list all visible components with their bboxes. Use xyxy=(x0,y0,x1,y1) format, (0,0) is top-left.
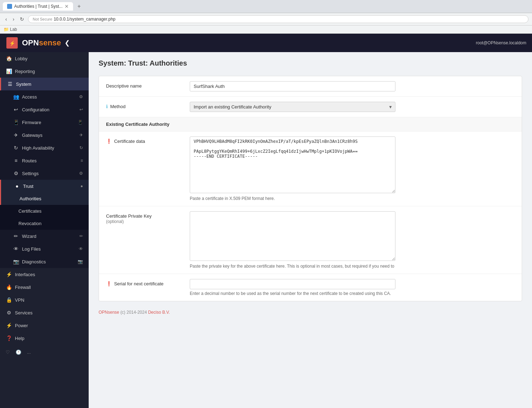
private-key-hint: Paste the private key for the above cert… xyxy=(190,264,395,269)
sidebar-label-firewall: Firewall xyxy=(15,285,31,290)
wizard-icon: ✏ xyxy=(13,233,19,239)
trust-right-icon: ● xyxy=(81,184,83,189)
page-title: System: Trust: Authorities xyxy=(99,59,522,67)
sidebar-label-log-files: Log Files xyxy=(22,246,41,252)
access-icon: 👥 xyxy=(13,94,19,100)
power-icon: ⚡ xyxy=(6,323,12,328)
existing-ca-header: Existing Certificate Authority xyxy=(99,117,522,132)
cert-data-required-icon: ❗ xyxy=(106,139,112,144)
sidebar-item-interfaces[interactable]: ⚡ Interfaces xyxy=(0,268,89,281)
refresh-button[interactable]: ↻ xyxy=(18,16,26,23)
sidebar-item-authorities[interactable]: Authorities xyxy=(0,192,89,205)
firewall-icon: 🔥 xyxy=(6,284,12,290)
sidebar-item-help[interactable]: ❓ Help xyxy=(0,332,89,345)
sidebar-label-routes: Routes xyxy=(22,158,37,163)
method-select[interactable]: Import an existing Certificate Authority… xyxy=(190,102,395,112)
browser-tab[interactable]: Authorities | Trust | Syst... ✕ xyxy=(3,2,73,11)
diagnostics-right-icon: 📷 xyxy=(78,259,83,264)
footer-link-deciso[interactable]: Deciso B.V. xyxy=(148,310,170,315)
header-user: root@OPNsense.localdom xyxy=(476,40,526,45)
sidebar-item-system[interactable]: ☰ System xyxy=(0,78,89,90)
sidebar-item-trust[interactable]: ● Trust ● xyxy=(0,180,89,192)
sidebar-item-certificates[interactable]: Certificates xyxy=(0,205,89,217)
not-secure-label: Not Secure xyxy=(33,17,52,21)
sidebar-item-diagnostics[interactable]: 📷 Diagnostics 📷 xyxy=(0,255,89,268)
bookmark-lab[interactable]: 📁 Lab xyxy=(4,27,17,32)
serial-label: ❗ Serial for next certificate xyxy=(106,279,184,286)
address-bar[interactable]: Not Secure 10.0.0.1/system_camanager.php xyxy=(28,15,528,23)
method-control: Import an existing Certificate Authority… xyxy=(190,102,395,112)
main-layout: 🏠 Lobby 📊 Reporting ☰ System 👥 Access ⚙ xyxy=(0,52,532,408)
serial-required-icon: ❗ xyxy=(106,281,112,286)
sidebar-item-firewall[interactable]: 🔥 Firewall xyxy=(0,281,89,294)
tab-close-button[interactable]: ✕ xyxy=(65,4,69,9)
configuration-right-icon: ↩ xyxy=(79,107,83,112)
routes-right-icon: ≡ xyxy=(81,158,83,163)
sidebar-label-authorities: Authorities xyxy=(20,196,41,201)
trust-icon: ● xyxy=(14,183,20,189)
sidebar-item-firmware[interactable]: 📱 Firmware 📱 xyxy=(0,116,89,129)
system-submenu: 👥 Access ⚙ ↩ Configuration ↩ 📱 xyxy=(0,90,89,268)
private-key-textarea[interactable] xyxy=(190,211,395,261)
lobby-icon: 🏠 xyxy=(6,56,12,61)
sidebar-item-log-files[interactable]: 👁 Log Files 👁 xyxy=(0,242,89,255)
gateways-right-icon: ✈ xyxy=(79,133,83,138)
sidebar-label-help: Help xyxy=(15,336,24,341)
vpn-icon: 🔒 xyxy=(6,297,12,303)
more-icon[interactable]: ... xyxy=(27,350,31,355)
cert-data-label: ❗ Certificate data xyxy=(106,136,184,144)
sidebar-extra-icons: ♡ 🕐 ... xyxy=(0,346,89,358)
help-icon: ❓ xyxy=(6,335,12,341)
new-tab-button[interactable]: + xyxy=(75,2,83,10)
logo-area: ⚡ OPNsense ❮ xyxy=(6,37,70,49)
sidebar-label-certificates: Certificates xyxy=(18,208,41,214)
sidebar-item-services[interactable]: ⚙ Services xyxy=(0,306,89,319)
system-icon: ☰ xyxy=(7,81,13,87)
sidebar-label-settings: Settings xyxy=(22,171,39,176)
clock-icon[interactable]: 🕐 xyxy=(16,350,21,355)
sidebar-item-reporting[interactable]: 📊 Reporting xyxy=(0,65,89,78)
descriptive-name-control xyxy=(190,81,395,91)
footer-link-opnsense[interactable]: OPNsense xyxy=(99,310,119,315)
cert-data-textarea[interactable]: VPhBHVQ9LHBAdM8qFI2kRK0IynOmAZhexIP/aT/k… xyxy=(190,136,395,193)
sidebar-item-power[interactable]: ⚡ Power xyxy=(0,319,89,332)
sidebar-item-settings[interactable]: ⚙ Settings ⚙ xyxy=(0,167,89,180)
form-row-method: ℹ Method Import an existing Certificate … xyxy=(99,97,522,117)
serial-control: Enter a decimal number to be used as the… xyxy=(190,279,395,296)
sidebar-label-firmware: Firmware xyxy=(22,120,41,125)
settings-icon: ⚙ xyxy=(13,171,19,176)
sidebar-label-interfaces: Interfaces xyxy=(15,272,35,277)
sidebar-label-revocation: Revocation xyxy=(18,221,41,226)
sidebar-item-gateways[interactable]: ✈ Gateways ✈ xyxy=(0,129,89,141)
forward-button[interactable]: › xyxy=(11,16,16,23)
sidebar-label-trust: Trust xyxy=(23,184,33,189)
sidebar-label-services: Services xyxy=(15,310,33,315)
method-info-icon: ℹ xyxy=(106,104,108,109)
form-row-cert-data: ❗ Certificate data VPhBHVQ9LHBAdM8qFI2kR… xyxy=(99,132,522,206)
footer-copyright: (c) 2014-2024 xyxy=(120,310,148,315)
sidebar-item-routes[interactable]: ≡ Routes ≡ xyxy=(0,154,89,167)
wizard-right-icon: ✏ xyxy=(79,234,83,239)
cert-data-control: VPhBHVQ9LHBAdM8qFI2kRK0IynOmAZhexIP/aT/k… xyxy=(190,136,395,201)
serial-input[interactable] xyxy=(190,279,395,289)
sidebar-item-wizard[interactable]: ✏ Wizard ✏ xyxy=(0,230,89,242)
sidebar-collapse-button[interactable]: ❮ xyxy=(65,39,70,47)
access-right-icon: ⚙ xyxy=(79,94,83,99)
sidebar-item-high-availability[interactable]: ↻ High Availability ↻ xyxy=(0,141,89,154)
sidebar-item-vpn[interactable]: 🔒 VPN xyxy=(0,294,89,306)
services-icon: ⚙ xyxy=(6,310,12,315)
cert-data-hint: Paste a certificate in X.509 PEM format … xyxy=(190,196,395,201)
url-text: 10.0.0.1/system_camanager.php xyxy=(54,17,115,22)
sidebar-item-access[interactable]: 👥 Access ⚙ xyxy=(0,90,89,103)
sidebar-item-lobby[interactable]: 🏠 Lobby xyxy=(0,52,89,65)
serial-hint: Enter a decimal number to be used as the… xyxy=(190,291,395,296)
firmware-icon: 📱 xyxy=(13,119,19,125)
descriptive-name-label: Descriptive name xyxy=(106,81,184,89)
back-button[interactable]: ‹ xyxy=(4,16,9,23)
star-icon[interactable]: ♡ xyxy=(6,350,10,355)
bookmarks-bar: 📁 Lab xyxy=(0,26,532,34)
descriptive-name-input[interactable] xyxy=(190,81,395,91)
opnsense-logo-icon: ⚡ xyxy=(6,37,18,49)
sidebar-item-configuration[interactable]: ↩ Configuration ↩ xyxy=(0,103,89,116)
sidebar-item-revocation[interactable]: Revocation xyxy=(0,217,89,230)
